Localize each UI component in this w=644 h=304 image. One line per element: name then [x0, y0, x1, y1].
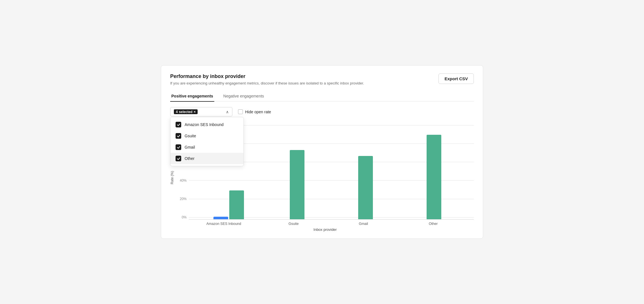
checkbox-amazon-ses[interactable]	[176, 122, 181, 127]
card-header: Performance by inbox provider If you are…	[170, 73, 474, 85]
export-csv-button[interactable]: Export CSV	[438, 73, 474, 84]
dropdown-item-gsuite-label: Gsuite	[185, 134, 196, 138]
tab-positive-engagements[interactable]: Positive engagements	[170, 91, 214, 102]
dropdown-item-amazon-ses-label: Amazon SES Inbound	[185, 122, 224, 127]
bar-group-other	[411, 135, 457, 219]
dropdown-item-gmail[interactable]: Gmail	[170, 142, 243, 153]
provider-dropdown-wrapper: 4 selected × ∧ Amazon SES Inbound	[170, 107, 232, 116]
title-block: Performance by inbox provider If you are…	[170, 73, 364, 85]
bar-bars-gmail	[343, 156, 388, 219]
x-label-gsuite: Gsuite	[271, 222, 316, 226]
card-title: Performance by inbox provider	[170, 73, 364, 79]
bar-group-gsuite	[275, 150, 320, 219]
bar-bars-amazon-ses	[206, 190, 251, 219]
dropdown-item-other[interactable]: Other	[170, 153, 243, 164]
bar-bars-gsuite	[275, 150, 320, 219]
checkbox-gmail[interactable]	[176, 144, 181, 150]
x-label-gmail: Gmail	[341, 222, 386, 226]
performance-card: Performance by inbox provider If you are…	[161, 65, 483, 239]
provider-dropdown-menu: Amazon SES Inbound Gsuite	[170, 117, 244, 166]
dropdown-item-gmail-label: Gmail	[185, 145, 195, 149]
x-label-amazon-ses: Amazon SES Inbound	[201, 222, 247, 226]
grid-label-40: 40%	[176, 179, 187, 183]
badge-clear-icon[interactable]: ×	[194, 110, 196, 114]
tab-negative-engagements[interactable]: Negative engagements	[222, 91, 265, 102]
bar-bars-other	[411, 135, 457, 219]
checkbox-gsuite[interactable]	[176, 133, 181, 139]
selected-count: 4	[176, 110, 178, 114]
y-axis-label: Rate (%)	[170, 171, 174, 184]
selected-badge: 4 selected ×	[174, 109, 198, 114]
dropdown-trigger-left: 4 selected ×	[174, 109, 198, 114]
bar-green-amazon-ses	[229, 190, 244, 219]
bar-green-gmail	[358, 156, 373, 219]
selected-label: selected	[179, 110, 193, 114]
bar-blue-amazon-ses	[213, 217, 228, 219]
provider-dropdown-trigger[interactable]: 4 selected × ∧	[170, 107, 232, 116]
x-label-other: Other	[411, 222, 456, 226]
tabs-bar: Positive engagements Negative engagement…	[170, 91, 474, 102]
dropdown-item-amazon-ses[interactable]: Amazon SES Inbound	[170, 119, 243, 130]
grid-label-20: 20%	[176, 197, 187, 201]
x-axis-title: Inbox provider	[176, 227, 474, 232]
bar-group-amazon-ses	[206, 190, 251, 219]
x-axis-labels: Amazon SES Inbound Gsuite Gmail Other	[176, 220, 474, 226]
dropdown-item-gsuite[interactable]: Gsuite	[170, 130, 243, 142]
grid-label-0: 0%	[176, 215, 187, 219]
dropdown-item-other-label: Other	[185, 156, 195, 161]
bar-green-gsuite	[290, 150, 304, 219]
controls-row: 4 selected × ∧ Amazon SES Inbound	[170, 107, 474, 116]
bar-green-other	[427, 135, 441, 219]
card-subtitle: If you are experiencing unhealthy engage…	[170, 81, 364, 85]
chevron-up-icon: ∧	[226, 110, 229, 114]
hide-open-rate-checkbox[interactable]	[238, 109, 243, 114]
checkbox-other[interactable]	[176, 156, 181, 161]
hide-open-rate-text: Hide open rate	[245, 110, 271, 114]
hide-open-rate-label[interactable]: Hide open rate	[238, 109, 271, 114]
bar-group-gmail	[343, 156, 388, 219]
